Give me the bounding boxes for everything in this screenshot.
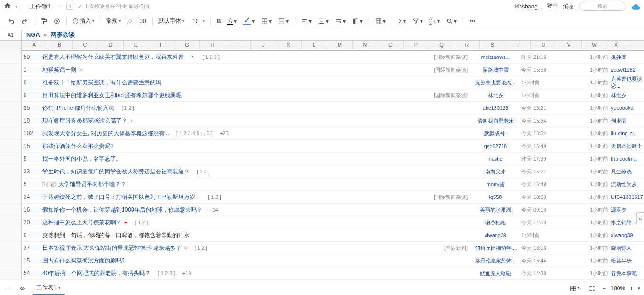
row-number[interactable] [0, 165, 22, 178]
row-number[interactable] [0, 51, 22, 63]
author[interactable]: 独角丘比猫幼年... [470, 245, 521, 252]
page-links[interactable]: [ 1 2 ] [135, 220, 148, 225]
page-links[interactable]: [ 1 2 3 4 5 ... 6 ] [176, 131, 212, 136]
row-number[interactable] [0, 178, 22, 190]
last-reply-user[interactable]: 克苏鲁也要谈恋... [611, 75, 644, 90]
thread-title[interactable]: 你们 iPhone 都用什么输入法 [42, 104, 114, 112]
row-number[interactable] [0, 254, 22, 267]
last-reply-user[interactable]: xiwang39 [611, 232, 644, 238]
thread-title[interactable]: 地狱笑话一则 [42, 66, 76, 74]
last-reply-user[interactable]: yoooooka [611, 105, 644, 111]
page-links[interactable]: [ 1 2 3 ] [158, 270, 175, 276]
last-reply-user[interactable]: 鬼神楽 [611, 54, 644, 61]
clear-format-button[interactable] [51, 16, 63, 26]
chevron-down-icon[interactable]: ▾ [15, 4, 17, 9]
author[interactable]: 陌路城中雪 [470, 66, 521, 74]
column-header-Q[interactable]: Q [429, 41, 454, 49]
author[interactable]: qso62718 [470, 143, 521, 149]
redo-button[interactable] [19, 16, 30, 26]
number-format-dropdown[interactable]: 常规▾ [104, 16, 123, 26]
author[interactable]: 美丽的水果湖 [470, 206, 521, 213]
column-header-B[interactable]: B [47, 41, 73, 49]
author[interactable]: 砲谷耙耙 [470, 219, 521, 226]
cell-reference[interactable]: A1 [0, 30, 22, 40]
thread-title[interactable]: 日本警视厅表示 大久保站街的呈现恶性循环 越来越多了 [42, 244, 182, 252]
merge-cells-button[interactable]: ▾ [276, 16, 291, 26]
row-number[interactable] [0, 89, 22, 101]
borders-button[interactable]: ▾ [259, 16, 274, 26]
column-header-N[interactable]: N [353, 41, 378, 49]
find-button[interactable]: ▾ [444, 16, 459, 26]
row-number[interactable] [0, 191, 22, 203]
category-tag[interactable]: [国际新闻] [427, 245, 470, 252]
column-header-W[interactable]: W [582, 41, 607, 49]
wrap-text-button[interactable]: ▾ [333, 16, 348, 26]
page-links[interactable]: [ 1 2 3 ] [202, 54, 220, 60]
undo-button[interactable] [6, 16, 17, 26]
category-tag[interactable]: [国际新闻杂谈] [427, 194, 470, 201]
document-title[interactable]: 工作簿1 [26, 2, 54, 11]
thread-title[interactable]: 目田算法中的维多利亚女王和bibi还有希尔哪个更残暴呢 [42, 91, 182, 99]
category-tag[interactable]: [国际新闻杂谈] [427, 66, 470, 74]
column-header-S[interactable]: S [480, 41, 505, 49]
logout-link[interactable]: 登出 [547, 2, 558, 10]
row-number[interactable] [0, 76, 22, 89]
category-tag[interactable]: [国际新闻杂谈] [427, 92, 470, 99]
h-align-button[interactable]: ▾ [299, 16, 314, 26]
page-links[interactable]: [ 1 2 ] [197, 169, 210, 174]
author[interactable]: 请叫我崩壁老宋 [470, 117, 521, 124]
v-align-button[interactable]: ▾ [316, 16, 331, 26]
row-number[interactable] [0, 64, 22, 76]
author[interactable]: 鱿鱼无人敢碰 [470, 270, 521, 277]
row-number[interactable] [0, 216, 22, 229]
last-reply-user[interactable]: 暗笑半步 [611, 257, 644, 264]
page-links[interactable]: [ 1 2 ] [208, 194, 221, 200]
thread-title[interactable]: 还是有人不理解为什么欧美右翼支持以色列，我再来科普一下 [42, 53, 195, 61]
row-number[interactable] [0, 153, 22, 165]
row-number[interactable] [0, 267, 22, 279]
column-header-I[interactable]: I [225, 41, 251, 49]
row-number[interactable] [0, 127, 22, 139]
thread-title[interactable]: 假如给你一个机会，让你穿越到1000年后的地球，你愿意去吗？ [42, 206, 202, 214]
column-header-K[interactable]: K [276, 41, 302, 49]
last-reply-user[interactable]: scowl1982 [611, 67, 644, 73]
cloud-icon[interactable] [631, 2, 640, 11]
font-family-dropdown[interactable]: 默认字体▾ [157, 16, 186, 26]
author[interactable]: 林北夕 [470, 92, 521, 99]
column-header-P[interactable]: P [404, 41, 429, 49]
breadcrumb-a[interactable]: NGA [26, 31, 40, 38]
author[interactable]: abc130123 [470, 105, 521, 111]
author[interactable]: 默默成神- [470, 130, 521, 137]
font-size-dropdown[interactable]: 10▾ [188, 17, 206, 25]
row-number[interactable] [0, 242, 22, 254]
column-header-M[interactable]: M [327, 41, 353, 49]
search-input[interactable]: 搜索 [579, 2, 626, 11]
column-header-A[interactable]: A [22, 41, 47, 49]
star-icon[interactable]: ☆ [58, 3, 63, 10]
sheet-tab-1[interactable]: 工作表1▾ [33, 282, 65, 295]
messages-link[interactable]: 消息 [563, 2, 574, 10]
sort-button[interactable]: AZ↓▾ [427, 16, 442, 27]
home-icon[interactable] [4, 2, 11, 11]
author[interactable]: nastic [470, 156, 521, 162]
row-number[interactable] [0, 115, 22, 127]
zoom-value[interactable]: 100% [611, 285, 625, 292]
column-header-F[interactable]: F [149, 41, 174, 49]
user-name[interactable]: kisshang... [515, 3, 542, 10]
increase-decimal-button[interactable]: .00→ [136, 16, 149, 26]
column-header-G[interactable]: G [174, 41, 200, 49]
view-grid-button[interactable]: ▾ [568, 284, 582, 293]
format-paint-button[interactable] [38, 16, 50, 26]
freeze-button[interactable]: ▾ [350, 16, 365, 26]
grid-body[interactable]: 50还是有人不理解为什么欧美右翼支持以色列，我再来科普一下 [ 1 2 3 ][… [0, 51, 644, 282]
last-reply-user[interactable]: 创业園 [611, 117, 644, 124]
thread-title[interactable]: 我发现大部分女生, 对历史的大体基本概念都没有... [42, 130, 169, 138]
column-header-J[interactable]: J [251, 41, 276, 49]
sheet-list-button[interactable] [17, 284, 28, 293]
last-reply-user[interactable]: UID41381617 [611, 194, 644, 200]
conditional-format-button[interactable]: ▾ [373, 16, 388, 26]
fill-color-button[interactable]: ▾ [241, 16, 257, 26]
thread-title[interactable]: 国内有什么褐蠃饲法方面的剧吗? [42, 257, 125, 265]
column-header-E[interactable]: E [124, 41, 149, 49]
side-panel-toggle[interactable]: « [636, 212, 644, 225]
